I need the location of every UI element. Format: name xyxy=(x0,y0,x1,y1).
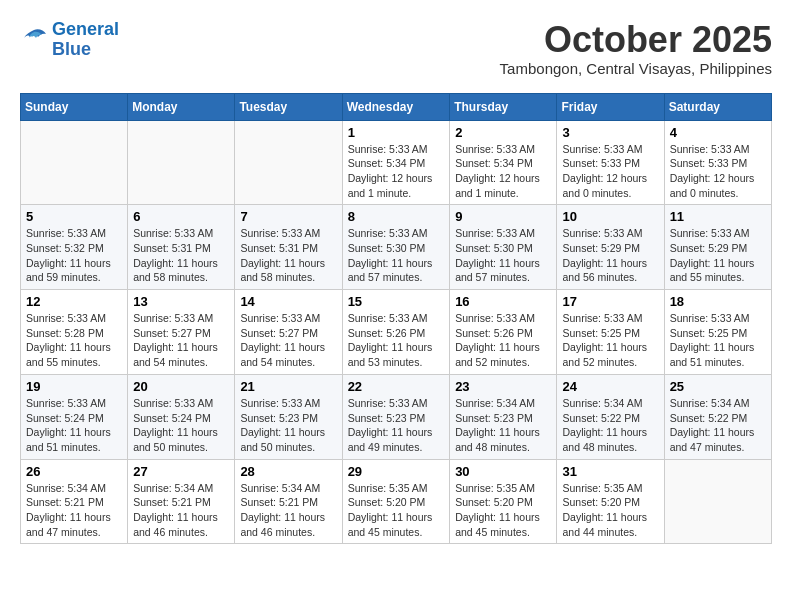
day-info: Sunrise: 5:34 AM Sunset: 5:21 PM Dayligh… xyxy=(240,481,336,540)
day-info: Sunrise: 5:33 AM Sunset: 5:26 PM Dayligh… xyxy=(455,311,551,370)
day-number: 6 xyxy=(133,209,229,224)
day-info: Sunrise: 5:34 AM Sunset: 5:22 PM Dayligh… xyxy=(562,396,658,455)
day-number: 29 xyxy=(348,464,445,479)
calendar-cell: 12Sunrise: 5:33 AM Sunset: 5:28 PM Dayli… xyxy=(21,290,128,375)
calendar-cell: 23Sunrise: 5:34 AM Sunset: 5:23 PM Dayli… xyxy=(450,374,557,459)
day-number: 3 xyxy=(562,125,658,140)
day-number: 20 xyxy=(133,379,229,394)
day-info: Sunrise: 5:33 AM Sunset: 5:29 PM Dayligh… xyxy=(670,226,766,285)
day-info: Sunrise: 5:33 AM Sunset: 5:31 PM Dayligh… xyxy=(133,226,229,285)
day-info: Sunrise: 5:33 AM Sunset: 5:33 PM Dayligh… xyxy=(562,142,658,201)
day-info: Sunrise: 5:33 AM Sunset: 5:25 PM Dayligh… xyxy=(670,311,766,370)
calendar-cell: 29Sunrise: 5:35 AM Sunset: 5:20 PM Dayli… xyxy=(342,459,450,544)
day-info: Sunrise: 5:33 AM Sunset: 5:26 PM Dayligh… xyxy=(348,311,445,370)
day-number: 27 xyxy=(133,464,229,479)
calendar-week-row: 12Sunrise: 5:33 AM Sunset: 5:28 PM Dayli… xyxy=(21,290,772,375)
weekday-header-monday: Monday xyxy=(128,93,235,120)
day-number: 16 xyxy=(455,294,551,309)
day-number: 7 xyxy=(240,209,336,224)
calendar-cell: 20Sunrise: 5:33 AM Sunset: 5:24 PM Dayli… xyxy=(128,374,235,459)
calendar-cell: 10Sunrise: 5:33 AM Sunset: 5:29 PM Dayli… xyxy=(557,205,664,290)
day-number: 12 xyxy=(26,294,122,309)
day-info: Sunrise: 5:33 AM Sunset: 5:30 PM Dayligh… xyxy=(455,226,551,285)
calendar-cell: 26Sunrise: 5:34 AM Sunset: 5:21 PM Dayli… xyxy=(21,459,128,544)
calendar-table: SundayMondayTuesdayWednesdayThursdayFrid… xyxy=(20,93,772,545)
calendar-cell: 14Sunrise: 5:33 AM Sunset: 5:27 PM Dayli… xyxy=(235,290,342,375)
day-number: 28 xyxy=(240,464,336,479)
day-info: Sunrise: 5:35 AM Sunset: 5:20 PM Dayligh… xyxy=(455,481,551,540)
day-info: Sunrise: 5:33 AM Sunset: 5:30 PM Dayligh… xyxy=(348,226,445,285)
day-info: Sunrise: 5:34 AM Sunset: 5:21 PM Dayligh… xyxy=(26,481,122,540)
weekday-header-tuesday: Tuesday xyxy=(235,93,342,120)
location-subtitle: Tambongon, Central Visayas, Philippines xyxy=(500,60,772,77)
calendar-cell: 16Sunrise: 5:33 AM Sunset: 5:26 PM Dayli… xyxy=(450,290,557,375)
calendar-cell: 21Sunrise: 5:33 AM Sunset: 5:23 PM Dayli… xyxy=(235,374,342,459)
calendar-cell: 17Sunrise: 5:33 AM Sunset: 5:25 PM Dayli… xyxy=(557,290,664,375)
calendar-cell xyxy=(664,459,771,544)
calendar-cell: 27Sunrise: 5:34 AM Sunset: 5:21 PM Dayli… xyxy=(128,459,235,544)
weekday-header-sunday: Sunday xyxy=(21,93,128,120)
day-info: Sunrise: 5:35 AM Sunset: 5:20 PM Dayligh… xyxy=(562,481,658,540)
day-info: Sunrise: 5:33 AM Sunset: 5:23 PM Dayligh… xyxy=(348,396,445,455)
calendar-cell: 15Sunrise: 5:33 AM Sunset: 5:26 PM Dayli… xyxy=(342,290,450,375)
day-number: 31 xyxy=(562,464,658,479)
day-number: 23 xyxy=(455,379,551,394)
day-number: 5 xyxy=(26,209,122,224)
day-number: 21 xyxy=(240,379,336,394)
calendar-cell xyxy=(128,120,235,205)
day-number: 8 xyxy=(348,209,445,224)
day-number: 26 xyxy=(26,464,122,479)
day-number: 10 xyxy=(562,209,658,224)
day-info: Sunrise: 5:33 AM Sunset: 5:27 PM Dayligh… xyxy=(240,311,336,370)
day-number: 13 xyxy=(133,294,229,309)
day-number: 4 xyxy=(670,125,766,140)
day-info: Sunrise: 5:33 AM Sunset: 5:28 PM Dayligh… xyxy=(26,311,122,370)
day-info: Sunrise: 5:34 AM Sunset: 5:23 PM Dayligh… xyxy=(455,396,551,455)
logo: General Blue xyxy=(20,20,119,60)
day-number: 15 xyxy=(348,294,445,309)
calendar-cell xyxy=(235,120,342,205)
day-number: 17 xyxy=(562,294,658,309)
calendar-cell: 25Sunrise: 5:34 AM Sunset: 5:22 PM Dayli… xyxy=(664,374,771,459)
day-info: Sunrise: 5:33 AM Sunset: 5:33 PM Dayligh… xyxy=(670,142,766,201)
calendar-week-row: 5Sunrise: 5:33 AM Sunset: 5:32 PM Daylig… xyxy=(21,205,772,290)
weekday-header-row: SundayMondayTuesdayWednesdayThursdayFrid… xyxy=(21,93,772,120)
calendar-cell: 5Sunrise: 5:33 AM Sunset: 5:32 PM Daylig… xyxy=(21,205,128,290)
logo-text-line1: General xyxy=(52,20,119,40)
day-info: Sunrise: 5:34 AM Sunset: 5:22 PM Dayligh… xyxy=(670,396,766,455)
calendar-cell: 13Sunrise: 5:33 AM Sunset: 5:27 PM Dayli… xyxy=(128,290,235,375)
calendar-cell: 19Sunrise: 5:33 AM Sunset: 5:24 PM Dayli… xyxy=(21,374,128,459)
title-block: October 2025 Tambongon, Central Visayas,… xyxy=(500,20,772,77)
day-number: 25 xyxy=(670,379,766,394)
day-number: 19 xyxy=(26,379,122,394)
logo-text-line2: Blue xyxy=(52,40,119,60)
calendar-cell: 2Sunrise: 5:33 AM Sunset: 5:34 PM Daylig… xyxy=(450,120,557,205)
day-info: Sunrise: 5:33 AM Sunset: 5:23 PM Dayligh… xyxy=(240,396,336,455)
calendar-body: 1Sunrise: 5:33 AM Sunset: 5:34 PM Daylig… xyxy=(21,120,772,544)
calendar-header: SundayMondayTuesdayWednesdayThursdayFrid… xyxy=(21,93,772,120)
calendar-week-row: 1Sunrise: 5:33 AM Sunset: 5:34 PM Daylig… xyxy=(21,120,772,205)
calendar-cell: 18Sunrise: 5:33 AM Sunset: 5:25 PM Dayli… xyxy=(664,290,771,375)
day-info: Sunrise: 5:33 AM Sunset: 5:31 PM Dayligh… xyxy=(240,226,336,285)
day-info: Sunrise: 5:33 AM Sunset: 5:29 PM Dayligh… xyxy=(562,226,658,285)
page-header: General Blue October 2025 Tambongon, Cen… xyxy=(20,20,772,77)
day-number: 30 xyxy=(455,464,551,479)
calendar-cell: 31Sunrise: 5:35 AM Sunset: 5:20 PM Dayli… xyxy=(557,459,664,544)
day-info: Sunrise: 5:33 AM Sunset: 5:24 PM Dayligh… xyxy=(26,396,122,455)
calendar-cell xyxy=(21,120,128,205)
calendar-cell: 4Sunrise: 5:33 AM Sunset: 5:33 PM Daylig… xyxy=(664,120,771,205)
calendar-cell: 24Sunrise: 5:34 AM Sunset: 5:22 PM Dayli… xyxy=(557,374,664,459)
day-number: 18 xyxy=(670,294,766,309)
calendar-cell: 8Sunrise: 5:33 AM Sunset: 5:30 PM Daylig… xyxy=(342,205,450,290)
calendar-cell: 7Sunrise: 5:33 AM Sunset: 5:31 PM Daylig… xyxy=(235,205,342,290)
month-title: October 2025 xyxy=(500,20,772,60)
calendar-cell: 1Sunrise: 5:33 AM Sunset: 5:34 PM Daylig… xyxy=(342,120,450,205)
day-number: 14 xyxy=(240,294,336,309)
day-info: Sunrise: 5:33 AM Sunset: 5:32 PM Dayligh… xyxy=(26,226,122,285)
day-number: 24 xyxy=(562,379,658,394)
calendar-cell: 28Sunrise: 5:34 AM Sunset: 5:21 PM Dayli… xyxy=(235,459,342,544)
calendar-week-row: 19Sunrise: 5:33 AM Sunset: 5:24 PM Dayli… xyxy=(21,374,772,459)
day-number: 1 xyxy=(348,125,445,140)
day-info: Sunrise: 5:35 AM Sunset: 5:20 PM Dayligh… xyxy=(348,481,445,540)
day-info: Sunrise: 5:34 AM Sunset: 5:21 PM Dayligh… xyxy=(133,481,229,540)
